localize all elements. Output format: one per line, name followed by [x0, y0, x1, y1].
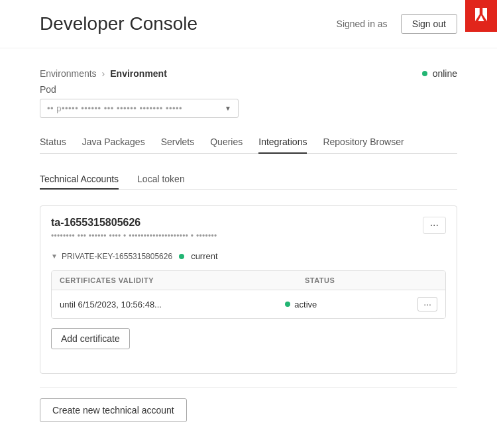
account-menu-button[interactable]: ··· — [423, 217, 446, 234]
tab-repository-browser[interactable]: Repository Browser — [323, 131, 404, 154]
chevron-right-icon: ▼ — [51, 252, 58, 260]
breadcrumb-separator: › — [102, 68, 105, 79]
private-key-row: ▼ PRIVATE-KEY-1655315805626 current — [51, 249, 446, 264]
current-status-dot — [179, 254, 184, 259]
cert-status-cell: active — [285, 300, 417, 309]
breadcrumb-environments[interactable]: Environments — [40, 68, 97, 79]
status-dot — [422, 71, 427, 76]
tab-status[interactable]: Status — [40, 131, 66, 154]
account-id: ta-1655315805626 — [51, 217, 217, 229]
tab-queries[interactable]: Queries — [210, 131, 243, 154]
sub-tabs: Technical Accounts Local token — [40, 170, 457, 190]
table-row: until 6/15/2023, 10:56:48... active ··· … — [52, 290, 445, 318]
main-tabs: Status Java Packages Servlets Queries In… — [40, 131, 457, 154]
cert-status-text: active — [294, 300, 317, 309]
pod-selector[interactable]: •• p​•••••​ •••••• ​•••​ ••••••​ •••••​•… — [40, 99, 239, 118]
pod-label: Pod — [40, 84, 457, 95]
key-toggle[interactable]: ▼ PRIVATE-KEY-1655315805626 — [51, 252, 172, 261]
status-label: online — [433, 68, 457, 79]
breadcrumb: Environments › Environment online — [40, 68, 457, 79]
col-validity-header: CERTIFICATES VALIDITY — [60, 276, 305, 284]
sub-tab-local-token[interactable]: Local token — [137, 170, 185, 190]
key-name: PRIVATE-KEY-1655315805626 — [62, 252, 172, 261]
adobe-logo-icon — [473, 7, 489, 26]
sign-out-button[interactable]: Sign out — [401, 14, 457, 34]
tab-integrations[interactable]: Integrations — [258, 131, 307, 154]
page-title: Developer Console — [40, 13, 323, 34]
account-header: ta-1655315805626 •••••••• ••• •••••• •••… — [51, 217, 446, 241]
cert-validity: until 6/15/2023, 10:56:48... — [60, 300, 285, 309]
breadcrumb-current: Environment — [110, 68, 167, 79]
tab-servlets[interactable]: Servlets — [161, 131, 195, 154]
sub-tab-technical-accounts[interactable]: Technical Accounts — [40, 170, 119, 190]
cert-row-container: until 6/15/2023, 10:56:48... active ··· … — [52, 290, 445, 318]
pod-value: •• p​•••••​ •••••• ​•••​ ••••••​ •••••​•… — [47, 103, 182, 113]
current-label: current — [191, 251, 217, 261]
account-card: ta-1655315805626 •••••••• ••• •••••• •••… — [40, 205, 457, 374]
header: Developer Console Signed in as Sign out — [0, 0, 497, 48]
main-content: Environments › Environment online Pod ••… — [0, 48, 497, 442]
certificates-table: CERTIFICATES VALIDITY STATUS until 6/15/… — [51, 270, 446, 319]
col-status-header: STATUS — [305, 276, 437, 284]
account-detail: •••••••• ••• •••••• •••• • •••••••••••••… — [51, 231, 217, 241]
adobe-logo-bar — [465, 0, 497, 32]
cert-table-header: CERTIFICATES VALIDITY STATUS — [52, 271, 445, 290]
section-divider — [40, 387, 457, 388]
signed-in-label: Signed in as — [337, 19, 388, 29]
add-certificate-button[interactable]: Add certificate — [51, 328, 130, 349]
account-info: ta-1655315805626 •••••••• ••• •••••• •••… — [51, 217, 217, 241]
cert-row-menu-button[interactable]: ··· — [417, 297, 437, 311]
tab-java-packages[interactable]: Java Packages — [82, 131, 145, 154]
create-technical-account-button[interactable]: Create new technical account — [40, 398, 187, 422]
chevron-down-icon: ▼ — [225, 105, 231, 112]
active-status-dot — [285, 302, 290, 307]
